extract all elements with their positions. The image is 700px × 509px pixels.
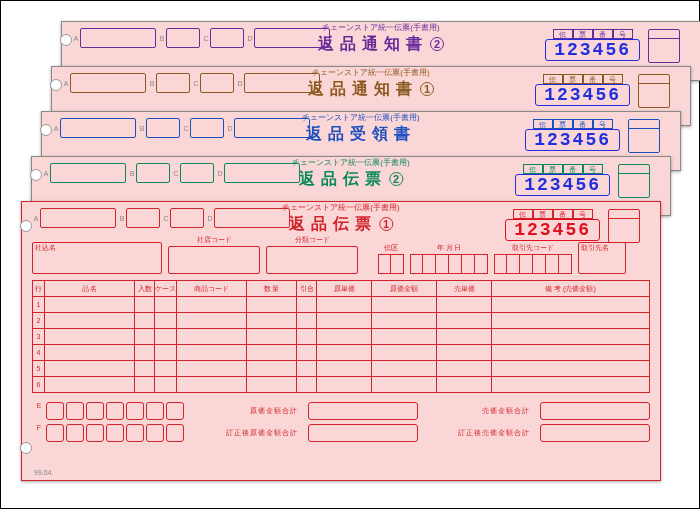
slip-number: 123456 [535, 84, 630, 106]
teisei-baika-box [540, 424, 650, 442]
totals-section: E 原価金額合計 売価金額合計 F 訂正後原価金額合計 訂正後売価金額合計 [32, 400, 650, 444]
slip-title: 返品受領書 [302, 124, 419, 145]
table-row: 4 [33, 345, 650, 361]
slip-title: 返品通知書2 [318, 34, 444, 55]
slip-title: 返品伝票1 [282, 214, 399, 235]
stamp-box [608, 209, 640, 243]
denku-cells [378, 254, 404, 274]
table-row: 3 [33, 329, 650, 345]
genka-total-label: 原価金額合計 [250, 406, 298, 416]
slip-number: 123456 [545, 39, 640, 61]
slip-number: 123456 [515, 174, 610, 196]
table-row: 5 [33, 361, 650, 377]
shaten-code-box [168, 246, 260, 274]
shaten-code-label: 社店コード [197, 235, 232, 245]
line-items-table: 行 品 名 入数 ケース 商品コード 数 量 引合 原単価 原価金額 売単価 備… [32, 280, 650, 393]
slip-title: 返品伝票2 [292, 169, 409, 190]
shakomei-box: 社込名 [32, 242, 162, 274]
torihikisaki-code-label: 取引先コード [512, 243, 554, 253]
table-row: 6 [33, 377, 650, 393]
teisei-genka-label: 訂正後原価金額合計 [226, 428, 298, 438]
slip-number: 123456 [505, 219, 600, 241]
baika-total-box [540, 402, 650, 420]
teisei-baika-label: 訂正後売価金額合計 [458, 428, 530, 438]
genka-total-box [308, 402, 418, 420]
bunrui-code-label: 分類コード [295, 235, 330, 245]
header-subtitle: チェーンストア統一伝票(手書用) [282, 202, 399, 213]
baika-total-label: 売価金額合計 [482, 406, 530, 416]
bunrui-code-box [266, 246, 358, 274]
slip-copy-1: A B C D チェーンストア統一伝票(手書用) 返品伝票1 伝票番号 1234… [21, 201, 661, 481]
torihikisaki-mei-box: 取引先名 [578, 242, 626, 274]
header-fields-row: 社込名 社店コード 分類コード 伝区 年 月 日 取引先コード 取引先名 [32, 240, 650, 274]
slip-number: 123456 [525, 129, 620, 151]
date-cells [410, 254, 488, 274]
table-row: 1 [33, 297, 650, 313]
slip-title: 返品通知書1 [308, 79, 434, 100]
teisei-genka-box [308, 424, 418, 442]
torihikisaki-code-cells [494, 254, 572, 274]
table-header-row: 行 品 名 入数 ケース 商品コード 数 量 引合 原単価 原価金額 売単価 備… [33, 281, 650, 297]
table-row: 2 [33, 313, 650, 329]
header-subtitle: チェーンストア統一伝票(手書用) [318, 22, 444, 33]
denku-label: 伝区 [384, 243, 398, 253]
slip-number-header: 伝票番号 [513, 209, 593, 219]
form-revision: 99.04. [34, 469, 53, 476]
